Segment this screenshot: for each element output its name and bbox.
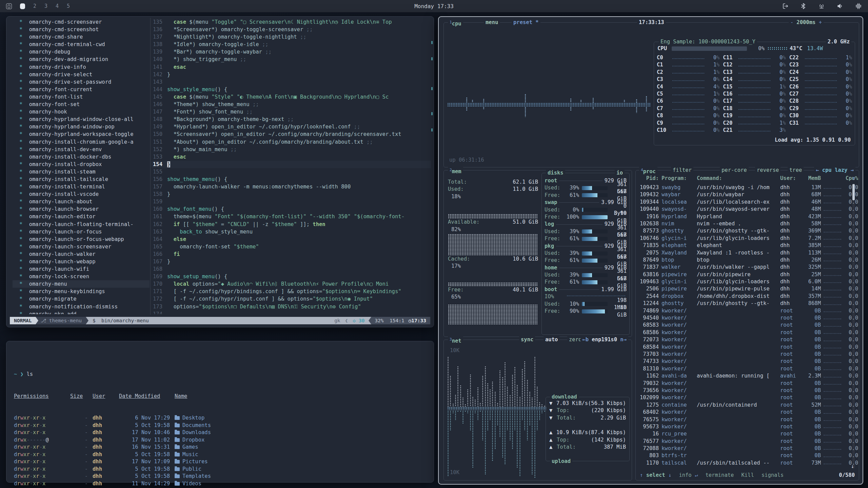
process-row[interactable]: 73703kworker/root0B0.0 xyxy=(639,351,847,358)
file-item[interactable]: * omarchy-cmd-screensaver xyxy=(13,18,150,26)
ls-row[interactable]: drwxr-xr-x-dhh17 Nov 17:09Pictures xyxy=(14,458,428,466)
process-row[interactable]: 71837walker/usr/bin/walker --gappldhh325… xyxy=(639,264,847,271)
proc-sort-switcher[interactable]: ← cpu lazy → xyxy=(814,167,855,174)
ls-row[interactable]: drwxr-xr-x-dhh5 Oct 19:58Public xyxy=(14,466,428,473)
ls-row[interactable]: drwxr-xr-x-dhh5 Oct 19:58Templates xyxy=(14,473,428,480)
process-row[interactable]: 109463glycin-i/usr/lib/glycin-loadersdhh… xyxy=(639,278,847,285)
net-panel-title[interactable]: 3net xyxy=(448,336,463,344)
scroll-down-indicator[interactable]: ↓ xyxy=(851,463,854,469)
file-item[interactable]: * omarchy-install-docker-dbs xyxy=(13,153,150,161)
ls-row[interactable]: drwxr-xr-x-dhh5 Oct 19:58Music xyxy=(14,451,428,459)
process-row[interactable]: 68402kworker/root0B0.0 xyxy=(639,409,847,416)
process-row[interactable]: 16rcu_preeroot0B0.0 xyxy=(639,430,847,438)
process-row[interactable]: 1916HyprlandHyprlanddhh423M0.0 xyxy=(639,213,847,220)
logout-icon[interactable] xyxy=(782,3,789,9)
footer-action-signals[interactable]: signals xyxy=(762,471,784,479)
process-row[interactable]: 109344localsea/usr/lib/localsearch-exdhh… xyxy=(639,199,847,206)
proc-panel-title[interactable]: 4proc xyxy=(639,167,657,175)
file-name[interactable]: Desktop xyxy=(175,414,428,422)
process-row[interactable]: 72088kworker/root0B0.0 xyxy=(639,445,847,452)
file-list-pane[interactable]: * omarchy-cmd-screensaver* omarchy-cmd-s… xyxy=(13,18,150,314)
file-item[interactable]: * omarchy-launch-about xyxy=(13,198,150,205)
bluetooth-icon[interactable] xyxy=(800,3,806,9)
process-row[interactable]: 94540kworker/root0B0.0 xyxy=(639,314,847,322)
terminal-output[interactable]: ~ ❯ ls PermissionsSizeUserDate ModifiedN… xyxy=(14,356,428,479)
process-row[interactable]: 2506pipewire/usr/bin/pipewire-pulsedhh14… xyxy=(639,285,847,292)
footer-action-terminate[interactable]: terminate xyxy=(705,471,734,479)
file-name[interactable]: Music xyxy=(175,451,428,459)
footer-action-Kill[interactable]: Kill xyxy=(741,471,754,479)
file-name[interactable]: Pictures xyxy=(175,458,428,466)
process-row[interactable]: 68586kworker/root0B0.0 xyxy=(639,329,847,336)
wifi-icon[interactable] xyxy=(818,3,825,9)
file-item[interactable]: * omarchy-launch-browser xyxy=(13,205,150,213)
io-mode-button[interactable]: io xyxy=(615,169,625,176)
code-pane[interactable]: 135 case $(menu "Toggle" "▢ Screensaver\… xyxy=(152,18,431,314)
scrollbar-thumb[interactable] xyxy=(852,184,855,200)
process-row[interactable]: 81310kworker/root0B0.0 xyxy=(639,365,847,372)
file-item[interactable]: * omarchy-migrate xyxy=(13,295,150,303)
process-row[interactable]: 102638nvimnvim --embed .dhh58M0.0 xyxy=(639,220,847,227)
pane-separator[interactable] xyxy=(150,18,151,315)
file-item[interactable]: * omarchy-hyprland-window-pop xyxy=(13,123,150,130)
file-item[interactable]: * omarchy-install-tailscale xyxy=(13,176,150,183)
ls-row[interactable]: drwx------@-dhh17 Nov 11:02Dropbox xyxy=(14,436,428,444)
file-item[interactable]: * omarchy-drive-select xyxy=(13,71,150,78)
process-row[interactable]: 87649btopbtopdhh26M0.0 xyxy=(639,257,847,264)
proc-percore-button[interactable]: per-core xyxy=(720,167,749,174)
footer-action-info[interactable]: info ↵ xyxy=(679,471,698,479)
process-row[interactable]: 1162avahi-daavahi-daemon: running [avahi… xyxy=(639,372,847,380)
process-row[interactable]: 12244ghostty/usr/bin/ghostty --gtk-dhh86… xyxy=(639,300,847,307)
file-item[interactable]: * omarchy-font-set xyxy=(13,101,150,108)
process-row[interactable]: 803btrfs-trroot0B0.0 xyxy=(639,452,847,459)
ls-row[interactable]: drwxr-xr-x-dhh16 Nov 15:31Games xyxy=(14,444,428,451)
file-item[interactable]: * omarchy-cmd-terminal-cwd xyxy=(13,41,150,48)
process-row[interactable]: 95673kworker/root0B0.0 xyxy=(639,423,847,430)
proc-reverse-button[interactable]: reverse xyxy=(755,167,781,174)
file-item[interactable]: * omarchy-dev-add-migration xyxy=(13,56,150,63)
file-name[interactable]: Dropbox xyxy=(175,436,428,444)
menu-button[interactable]: menu xyxy=(484,19,500,26)
process-row[interactable]: 2075XwaylandXwayland :1 -rootless -dhh11… xyxy=(639,249,847,257)
process-scrollbar[interactable] xyxy=(852,184,855,469)
file-item[interactable]: * omarchy-launch-editor xyxy=(13,213,150,220)
process-row[interactable]: 74733kworker/root0B0.0 xyxy=(639,358,847,365)
file-item[interactable]: * omarchy-cmd-screenshot xyxy=(13,26,150,33)
file-item[interactable]: * omarchy-install-dev-env xyxy=(13,146,150,153)
file-item[interactable]: * omarchy-pkg-add xyxy=(13,310,150,314)
process-row[interactable]: 76577kworker/root0B0.0 xyxy=(639,438,847,445)
file-item[interactable]: * omarchy-font-list xyxy=(13,93,150,101)
preset-button[interactable]: preset * xyxy=(512,19,540,26)
update-interval[interactable]: - 2000ms + xyxy=(789,19,824,26)
process-row[interactable]: 74869kworker/root0B0.0 xyxy=(639,307,847,314)
cpu-panel-title[interactable]: 1cpu xyxy=(448,19,463,27)
file-item[interactable]: * omarchy-font-current xyxy=(13,86,150,93)
process-table[interactable]: 109423swaybg/usr/bin/swaybg -i /homdhh13… xyxy=(639,184,847,467)
process-row[interactable]: 109432waybar/usr/bin/waybardhh68M0.0 xyxy=(639,191,847,198)
process-row[interactable]: 106746glycin-i/usr/lib/glycin-loadersdhh… xyxy=(639,235,847,242)
process-row[interactable]: 102099kworker/root0B0.0 xyxy=(639,394,847,401)
file-name[interactable]: Documents xyxy=(175,422,428,429)
process-row[interactable]: 109423swaybg/usr/bin/swaybg -i /homdhh13… xyxy=(639,184,847,191)
file-item[interactable]: * omarchy-launch-or-focus xyxy=(13,228,150,236)
process-row[interactable]: 1170tailscal/usr/sbin/tailscaled --root7… xyxy=(639,460,847,467)
file-item[interactable]: * omarchy-hyprland-window-close-all xyxy=(13,116,150,123)
file-name[interactable]: Public xyxy=(175,466,428,473)
file-item[interactable]: * omarchy-menu xyxy=(13,280,150,288)
file-name[interactable]: Templates xyxy=(175,473,428,480)
ls-row[interactable]: drwxr-xr-x-dhh17 Nov 10:46Downloads xyxy=(14,429,428,436)
file-item[interactable]: * omarchy-launch-screensaver xyxy=(13,243,150,250)
file-item[interactable]: * omarchy-debug xyxy=(13,48,150,56)
net-sync-button[interactable]: sync xyxy=(519,336,535,343)
file-item[interactable]: * omarchy-install-terminal xyxy=(13,183,150,190)
file-item[interactable]: * omarchy-install-vscode xyxy=(13,190,150,198)
file-item[interactable]: * omarchy-lock-screen xyxy=(13,273,150,280)
file-item[interactable]: * omarchy-drive-set-password xyxy=(13,78,150,86)
file-item[interactable]: * omarchy-launch-wifi xyxy=(13,265,150,273)
chip-icon[interactable] xyxy=(855,3,862,9)
file-item[interactable]: * omarchy-menu-keybindings xyxy=(13,288,150,295)
ls-row[interactable]: drwxr-xr-x-dhh6 Nov 17:29Desktop xyxy=(14,414,428,422)
file-item[interactable]: * omarchy-drive-info xyxy=(13,63,150,71)
process-row[interactable]: 87573ghostty/usr/bin/ghostty --gtk-dhh36… xyxy=(639,227,847,235)
process-row[interactable]: 79032kworker/root0B0.0 xyxy=(639,380,847,387)
